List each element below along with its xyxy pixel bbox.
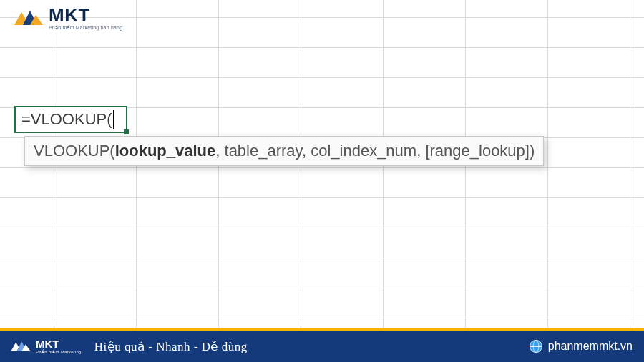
fill-handle[interactable] <box>124 129 129 134</box>
formula-text: =VLOOKUP( <box>21 110 112 129</box>
tooltip-fn-name: VLOOKUP( <box>34 142 115 160</box>
mountain-logo-icon <box>13 6 44 29</box>
footer-brand-name: MKT <box>36 338 82 349</box>
globe-icon <box>530 340 542 353</box>
cell-grid[interactable] <box>0 0 644 362</box>
footer-brand-sub: Phần mềm Marketing <box>36 349 82 354</box>
footer-slogan: Hiệu quả - Nhanh - Dễ dùng <box>94 339 248 354</box>
function-tooltip[interactable]: VLOOKUP(lookup_value, table_array, col_i… <box>24 136 544 166</box>
brand-footer: MKT Phần mềm Marketing Hiệu quả - Nhanh … <box>0 328 644 362</box>
brand-tagline: Phần mềm Marketing bán hàng <box>49 25 122 31</box>
tooltip-active-arg[interactable]: lookup_value <box>115 142 216 160</box>
spreadsheet-area[interactable]: MKT Phần mềm Marketing bán hàng =VLOOKUP… <box>0 0 644 362</box>
footer-site-text: phanmemmkt.vn <box>548 340 633 353</box>
tooltip-rest-args[interactable]: , table_array, col_index_num, [range_loo… <box>215 142 535 160</box>
footer-site[interactable]: phanmemmkt.vn <box>530 340 633 353</box>
text-cursor <box>113 110 114 129</box>
active-cell[interactable]: =VLOOKUP( <box>14 106 127 133</box>
mountain-logo-small-icon <box>10 338 31 354</box>
brand-name: MKT <box>49 4 122 26</box>
brand-logo-top: MKT Phần mềm Marketing bán hàng <box>13 4 122 31</box>
footer-logo: MKT Phần mềm Marketing <box>10 338 82 354</box>
